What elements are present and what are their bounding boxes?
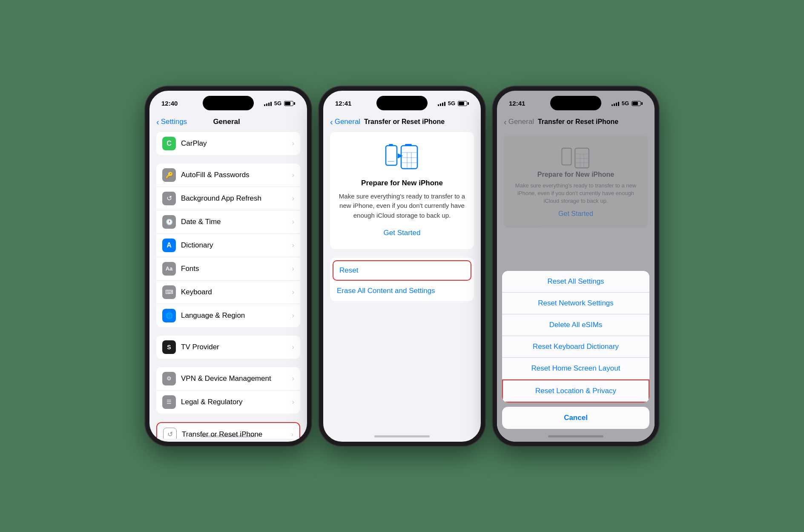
carplay-icon: C: [162, 137, 176, 150]
status-icons: 5G: [438, 100, 469, 106]
nav-bar: ‹ Settings General: [149, 114, 307, 132]
reset-homescreen-label: Reset Home Screen Layout: [531, 364, 620, 372]
list-item-tvprovider[interactable]: S TV Provider ›: [156, 336, 300, 359]
svg-rect-4: [405, 144, 412, 146]
chevron-icon: ›: [292, 265, 294, 273]
list-item-datetime[interactable]: 🕐 Date & Time ›: [156, 210, 300, 234]
back-chevron-icon: ‹: [156, 117, 159, 127]
chevron-icon: ›: [292, 171, 294, 179]
action-delete-esims[interactable]: Delete All eSIMs: [502, 314, 649, 336]
item-label-language: Language & Region: [181, 311, 292, 320]
action-sheet: Reset All Settings Reset Network Setting…: [502, 271, 649, 429]
reset-item-reset[interactable]: Reset: [333, 260, 471, 281]
action-sheet-main: Reset All Settings Reset Network Setting…: [502, 271, 649, 403]
chevron-icon: ›: [292, 343, 294, 351]
chevron-icon: ›: [292, 140, 294, 147]
transfer-phones-icon: [385, 142, 419, 172]
action-reset-location[interactable]: Reset Location & Privacy: [502, 380, 649, 403]
action-reset-keyboard[interactable]: Reset Keyboard Dictionary: [502, 336, 649, 358]
item-label-legal: Legal & Regulatory: [181, 398, 292, 406]
list-item-keyboard[interactable]: ⌨ Keyboard ›: [156, 281, 300, 304]
section-group-3: S TV Provider ›: [156, 336, 300, 359]
autofill-icon: 🔑: [162, 168, 176, 182]
action-reset-homescreen[interactable]: Reset Home Screen Layout: [502, 358, 649, 380]
network-type: 5G: [274, 100, 281, 106]
item-label-dictionary: Dictionary: [181, 241, 292, 250]
home-indicator: [374, 435, 430, 437]
section-group-1: C CarPlay ›: [156, 132, 300, 155]
action-reset-network[interactable]: Reset Network Settings: [502, 293, 649, 314]
item-label-transfer: Transfer or Reset iPhone: [182, 430, 291, 439]
delete-esims-label: Delete All eSIMs: [549, 321, 603, 329]
item-label-background: Background App Refresh: [181, 194, 292, 203]
page-title: General: [187, 118, 266, 126]
chevron-icon: ›: [292, 312, 294, 319]
datetime-icon: 🕐: [162, 215, 176, 229]
list-item-vpn[interactable]: ⚙ VPN & Device Management ›: [156, 367, 300, 391]
keyboard-icon: ⌨: [162, 285, 176, 299]
item-label-autofill: AutoFill & Passwords: [181, 171, 292, 179]
item-label-carplay: CarPlay: [181, 139, 292, 148]
status-icons: 5G: [264, 100, 295, 106]
list-item-autofill[interactable]: 🔑 AutoFill & Passwords ›: [156, 164, 300, 187]
item-label-vpn: VPN & Device Management: [181, 374, 292, 383]
cancel-label: Cancel: [564, 414, 588, 422]
status-time: 12:41: [335, 100, 351, 107]
battery-icon: [284, 101, 295, 106]
reset-location-label: Reset Location & Privacy: [535, 387, 616, 395]
back-label: Settings: [161, 118, 187, 126]
back-label: General: [335, 118, 360, 126]
chevron-icon: ›: [292, 195, 294, 202]
back-chevron-icon: ‹: [330, 117, 333, 127]
list-item-legal[interactable]: ☰ Legal & Regulatory ›: [156, 391, 300, 414]
back-button[interactable]: ‹ Settings: [156, 117, 187, 127]
item-label-keyboard: Keyboard: [181, 288, 292, 296]
tvprovider-icon: S: [162, 340, 176, 354]
prepare-desc: Make sure everything's ready to transfer…: [339, 192, 465, 221]
action-reset-all[interactable]: Reset All Settings: [502, 271, 649, 293]
prepare-card: Prepare for New iPhone Make sure everyth…: [330, 132, 474, 250]
svg-rect-2: [388, 161, 394, 162]
nav-bar: ‹ General Transfer or Reset iPhone: [323, 114, 481, 132]
chevron-icon: ›: [292, 242, 294, 249]
reset-network-label: Reset Network Settings: [538, 299, 614, 307]
svg-rect-1: [389, 144, 393, 146]
reset-all-label: Reset All Settings: [547, 277, 604, 285]
list-item-fonts[interactable]: Aa Fonts ›: [156, 257, 300, 281]
svg-rect-3: [401, 146, 417, 169]
item-label-datetime: Date & Time: [181, 218, 292, 226]
settings-list: C CarPlay › 🔑 AutoFill & Passwords › ↺ B…: [149, 132, 307, 439]
svg-rect-0: [386, 146, 397, 165]
phone-2: 12:41 5G ‹ General Transfer or Reset iPh…: [319, 86, 485, 446]
chevron-icon: ›: [292, 218, 294, 226]
transfer-icon: ↺: [163, 428, 177, 439]
reset-section: Reset Erase All Content and Settings: [330, 258, 474, 301]
list-item-language[interactable]: 🌐 Language & Region ›: [156, 304, 300, 327]
background-icon: ↺: [162, 192, 176, 205]
back-button[interactable]: ‹ General: [330, 117, 360, 127]
reset-item-erase[interactable]: Erase All Content and Settings: [330, 281, 474, 301]
language-icon: 🌐: [162, 309, 176, 322]
list-item-dictionary[interactable]: A Dictionary ›: [156, 234, 300, 257]
status-time: 12:40: [161, 100, 178, 107]
content-area: Prepare for New iPhone Make sure everyth…: [323, 132, 481, 439]
page-title: Transfer or Reset iPhone: [360, 118, 448, 126]
dynamic-island: [376, 96, 428, 110]
phone-1: 12:40 5G ‹ Settings General: [145, 86, 311, 446]
signal-icon: [438, 101, 445, 106]
network-type: 5G: [448, 100, 455, 106]
list-item-carplay[interactable]: C CarPlay ›: [156, 132, 300, 155]
action-cancel-button[interactable]: Cancel: [502, 407, 649, 429]
dictionary-icon: A: [162, 239, 176, 252]
fonts-icon: Aa: [162, 262, 176, 276]
home-indicator: [548, 435, 603, 437]
dynamic-island: [550, 96, 601, 110]
list-item-background[interactable]: ↺ Background App Refresh ›: [156, 187, 300, 210]
reset-label: Reset: [339, 266, 358, 274]
reset-keyboard-label: Reset Keyboard Dictionary: [533, 342, 619, 351]
legal-icon: ☰: [162, 395, 176, 409]
prepare-title: Prepare for New iPhone: [361, 179, 443, 187]
chevron-icon: ›: [292, 375, 294, 382]
get-started-button[interactable]: Get Started: [384, 227, 421, 239]
chevron-icon: ›: [291, 431, 293, 438]
